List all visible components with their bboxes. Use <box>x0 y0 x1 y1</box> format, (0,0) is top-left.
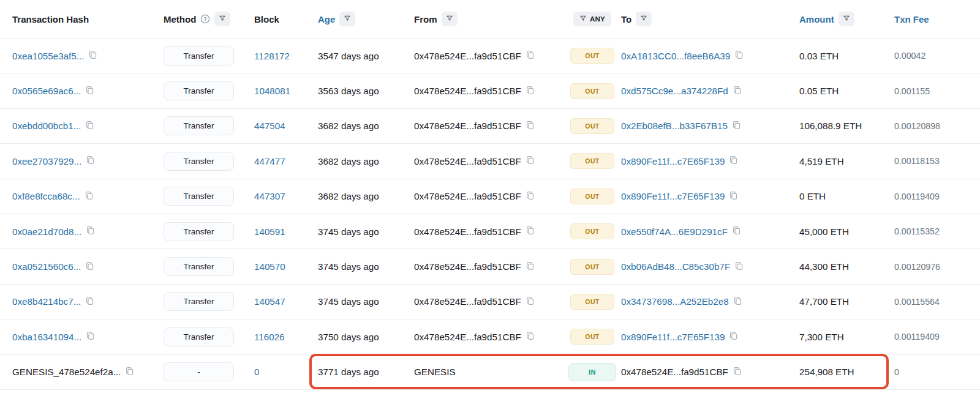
col-header-amount[interactable]: Amount <box>799 14 834 24</box>
amount-value: 7,300 ETH <box>799 332 844 342</box>
copy-icon[interactable] <box>125 367 134 378</box>
from-address: 0x478e524E...fa9d51CBF <box>414 332 521 342</box>
col-header-age[interactable]: Age <box>318 14 335 24</box>
tx-hash[interactable]: 0xe8b4214bc7... <box>12 296 81 307</box>
copy-icon[interactable] <box>526 155 535 166</box>
copy-icon[interactable] <box>85 296 94 307</box>
direction-badge: OUT <box>570 259 614 275</box>
copy-icon[interactable] <box>526 296 535 307</box>
method-filter-button[interactable] <box>214 12 230 26</box>
copy-icon[interactable] <box>526 226 535 237</box>
block-link[interactable]: 116026 <box>254 332 285 342</box>
direction-badge: OUT <box>570 83 614 99</box>
block-link[interactable]: 140591 <box>254 226 285 237</box>
block-link[interactable]: 140547 <box>254 296 285 307</box>
direction-badge: OUT <box>570 189 614 204</box>
block-link[interactable]: 1048081 <box>254 86 290 96</box>
method-chip: Transfer <box>164 257 234 276</box>
amount-value: 106,088.9 ETH <box>799 121 862 131</box>
block-link[interactable]: 0 <box>254 367 259 377</box>
copy-icon[interactable] <box>732 121 741 132</box>
to-address[interactable]: 0xA1813CC0...f8eeB6A39 <box>621 51 730 61</box>
copy-icon[interactable] <box>85 121 94 132</box>
direction-filter-any-button[interactable]: ANY <box>573 12 611 26</box>
table-header: Transaction Hash Method ? Block Age From… <box>0 0 980 39</box>
block-link[interactable]: 447307 <box>254 191 285 201</box>
from-address: 0x478e524E...fa9d51CBF <box>414 121 521 131</box>
block-link[interactable]: 447504 <box>254 121 285 131</box>
question-circle-icon[interactable]: ? <box>200 14 210 24</box>
from-address: 0x478e524E...fa9d51CBF <box>414 226 521 237</box>
age-text: 3745 days ago <box>318 226 379 237</box>
txn-fee-value: 0.00042 <box>894 51 925 61</box>
copy-icon[interactable] <box>526 86 535 97</box>
block-link[interactable]: 1128172 <box>254 51 290 61</box>
copy-icon[interactable] <box>733 296 742 307</box>
to-address[interactable]: 0xe550f74A...6E9D291cF <box>621 226 728 237</box>
table-row: 0xba16341094... Transfer 116026 3750 day… <box>0 319 980 354</box>
tx-hash: GENESIS_478e524ef2a... <box>12 367 121 377</box>
copy-icon[interactable] <box>88 50 97 61</box>
block-link[interactable]: 140570 <box>254 261 285 272</box>
block-link[interactable]: 447477 <box>254 156 285 166</box>
tx-hash[interactable]: 0x0565e69ac6... <box>12 86 81 96</box>
tx-hash[interactable]: 0xa0521560c6... <box>12 261 81 272</box>
copy-icon[interactable] <box>734 261 744 272</box>
tx-hash[interactable]: 0xea1055e3af5... <box>12 51 84 61</box>
txn-fee-value: 0 <box>894 367 899 377</box>
table-row: 0xee27037929... Transfer 447477 3682 day… <box>0 144 980 179</box>
age-filter-button[interactable] <box>339 12 355 26</box>
copy-icon[interactable] <box>526 121 535 132</box>
table-row: 0x0565e69ac6... Transfer 1048081 3563 da… <box>0 73 980 108</box>
col-header-from: From <box>414 14 437 24</box>
method-chip: Transfer <box>164 116 234 135</box>
copy-icon[interactable] <box>86 331 95 342</box>
age-text: 3682 days ago <box>318 156 379 166</box>
copy-icon[interactable] <box>733 367 742 378</box>
amount-filter-button[interactable] <box>839 12 854 26</box>
tx-hash[interactable]: 0x0ae21d70d8... <box>12 226 81 237</box>
transactions-table: Transaction Hash Method ? Block Age From… <box>0 0 980 396</box>
table-row: 0xea1055e3af5... Transfer 1128172 3547 d… <box>0 39 980 73</box>
to-address[interactable]: 0xd575Cc9e...a374228Fd <box>621 86 728 96</box>
copy-icon[interactable] <box>85 86 94 97</box>
from-address: 0x478e524E...fa9d51CBF <box>414 156 521 166</box>
tx-hash[interactable]: 0xee27037929... <box>12 156 81 166</box>
to-address[interactable]: 0x34737698...A252Eb2e8 <box>621 296 729 307</box>
copy-icon[interactable] <box>729 331 738 342</box>
direction-badge: OUT <box>570 153 614 169</box>
tx-hash[interactable]: 0xba16341094... <box>12 332 81 342</box>
copy-icon[interactable] <box>85 191 94 202</box>
amount-value: 45,000 ETH <box>799 226 849 237</box>
tx-hash[interactable]: 0xebdd00bcb1... <box>12 121 81 131</box>
copy-icon[interactable] <box>729 191 738 202</box>
copy-icon[interactable] <box>86 226 95 237</box>
age-text: 3771 days ago <box>318 367 379 377</box>
copy-icon[interactable] <box>733 86 742 97</box>
from-filter-button[interactable] <box>442 12 458 26</box>
method-chip: Transfer <box>164 152 234 171</box>
copy-icon[interactable] <box>526 191 535 202</box>
copy-icon[interactable] <box>734 50 744 61</box>
method-chip: Transfer <box>164 81 234 100</box>
copy-icon[interactable] <box>729 155 738 166</box>
amount-value: 44,300 ETH <box>799 261 849 272</box>
copy-icon[interactable] <box>526 261 535 272</box>
to-address[interactable]: 0x890Fe11f...c7E65F139 <box>621 156 725 166</box>
col-header-txn-fee[interactable]: Txn Fee <box>894 14 929 24</box>
to-address[interactable]: 0x890Fe11f...c7E65F139 <box>621 191 725 201</box>
copy-icon[interactable] <box>86 155 95 166</box>
copy-icon[interactable] <box>526 50 535 61</box>
to-filter-button[interactable] <box>636 12 652 26</box>
method-chip: Transfer <box>164 327 234 346</box>
funnel-icon <box>219 15 226 24</box>
copy-icon[interactable] <box>526 331 535 342</box>
to-address[interactable]: 0x890Fe11f...c7E65F139 <box>621 332 725 342</box>
tx-hash[interactable]: 0xf8e8fcca68c... <box>12 191 80 201</box>
to-address[interactable]: 0x2Eb08efB...b33F67B15 <box>621 121 728 131</box>
direction-badge: OUT <box>570 294 614 310</box>
method-chip: - <box>164 362 234 381</box>
copy-icon[interactable] <box>85 261 94 272</box>
to-address[interactable]: 0xb06AdB48...C85c30b7F <box>621 261 730 272</box>
copy-icon[interactable] <box>732 226 741 237</box>
